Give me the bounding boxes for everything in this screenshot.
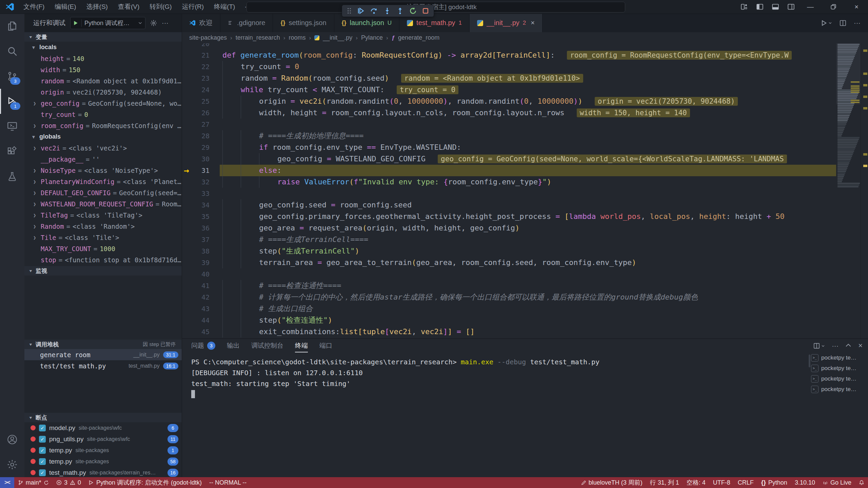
activity-bar-files[interactable] [0, 14, 24, 39]
code-line-45[interactable]: 45exit_combinations:list[tuple[vec2i, ve… [182, 326, 836, 338]
panel-tab-终端[interactable]: 终端 [295, 339, 308, 352]
status-eol[interactable]: CRLF [734, 477, 757, 488]
variable-row[interactable]: ❯WASTELAND_ROOM_REQUEST_CONFIG=RoomR… [24, 198, 182, 209]
menu-item[interactable]: 转到(G) [145, 1, 176, 13]
variable-row[interactable]: ❯room_config=RoomRequestConfig(env_t… [24, 120, 182, 131]
code-line-36[interactable]: 36geo_area = request_area(origin, width,… [182, 222, 836, 234]
breakpoint-row[interactable]: ✓temp.pysite-packages1 [24, 445, 182, 456]
tab-__init__.py[interactable]: __init__.py2× [470, 14, 542, 32]
menu-item[interactable]: 运行(R) [178, 1, 208, 13]
panel-more-actions-icon[interactable]: ··· [832, 342, 839, 350]
breakpoints-section-header[interactable]: ▼断点 [24, 413, 182, 422]
variable-row[interactable]: ❯vec2i=<class 'vec2i'> [24, 142, 182, 154]
code-line-23[interactable]: 23random = Random(room_config.seed)rando… [182, 73, 836, 84]
code-line-32[interactable]: 32raise ValueError(f"Invalid env type: {… [182, 176, 836, 188]
restore-button[interactable] [822, 0, 845, 14]
status-vim-mode[interactable]: -- NORMAL -- [205, 477, 250, 488]
code-line-30[interactable]: 30geo_config = WASTELAND_GEO_CONFIGgeo_c… [182, 153, 836, 165]
code-line-38[interactable]: 38step("生成TerrainCell") [182, 245, 836, 257]
code-line-34[interactable]: 34geo_config.seed = room_config.seed [182, 199, 836, 211]
terminal-instance[interactable]: >_pocketpy te… [811, 373, 865, 384]
panel-tab-输出[interactable]: 输出 [227, 339, 240, 352]
debug-step-into-icon[interactable] [383, 7, 391, 15]
close-icon[interactable]: × [531, 19, 535, 27]
tab-settings.json[interactable]: {}settings.json [273, 14, 334, 32]
variable-row[interactable]: MAX_TRY_COUNT=1000 [24, 243, 182, 254]
toggle-sidebar-icon[interactable] [752, 3, 768, 10]
debug-stop-icon[interactable] [422, 7, 429, 14]
code-line-35[interactable]: 35geo_config.primary_forces.geothermal_a… [182, 211, 836, 222]
drag-handle-icon[interactable] [347, 8, 352, 14]
more-actions-icon[interactable]: ··· [162, 19, 169, 27]
breakpoint-checkbox[interactable]: ✓ [39, 425, 46, 431]
breakpoint-row[interactable]: ✓model.pysite-packages\wfc6 [24, 422, 182, 433]
status-problems[interactable]: 30 [53, 477, 85, 488]
code-line-28[interactable]: 28# ====生成初始地理信息==== [182, 130, 836, 142]
variable-row[interactable]: __package__='' [24, 154, 182, 165]
code-line-27[interactable]: 27 [182, 119, 836, 130]
close-panel-icon[interactable]: × [858, 341, 863, 350]
code-line-29[interactable]: 29if room_config.env_type == EnvType.WAS… [182, 142, 836, 153]
status-cursor-position[interactable]: 行 31, 列 1 [646, 477, 683, 488]
status-encoding[interactable]: UTF-8 [709, 477, 734, 488]
activity-bar-extensions[interactable] [0, 139, 24, 164]
variables-group-globals[interactable]: ▼globals [24, 131, 182, 142]
breakpoint-checkbox[interactable]: ✓ [39, 436, 46, 443]
split-terminal-icon[interactable] [813, 343, 825, 349]
breakpoint-checkbox[interactable]: ✓ [39, 447, 46, 454]
breakpoint-checkbox[interactable]: ✓ [39, 469, 46, 476]
watch-section-header[interactable]: ▼监视 [24, 266, 182, 276]
editor-more-actions-icon[interactable]: ··· [854, 19, 861, 27]
variable-row[interactable]: ❯TileTag=<class 'TileTag'> [24, 209, 182, 221]
callstack-section-header[interactable]: ▼调用堆栈 因 step 已暂停 [24, 340, 182, 349]
activity-bar-settings-gear[interactable] [0, 452, 24, 477]
activity-bar-source-control[interactable]: 3 [0, 64, 24, 89]
code-line-42[interactable]: 42# 计算每一个出口的中心，然后使用astar生成路径，确保每一个出口组合都可… [182, 291, 836, 303]
debug-step-over-icon[interactable] [370, 7, 378, 15]
debug-continue-icon[interactable] [357, 7, 364, 15]
code-line-26[interactable]: 26width, height = room_config.layout.n_c… [182, 107, 836, 119]
callstack-frame[interactable]: generate_room__init__.py31:1 [24, 349, 182, 360]
toggle-secondary-sidebar-icon[interactable] [783, 3, 799, 10]
status-language-mode[interactable]: {}Python [757, 477, 791, 488]
terminal-instance[interactable]: >_pocketpy te… [811, 363, 865, 373]
breadcrumb-item[interactable]: rooms [289, 34, 305, 41]
callstack-frame[interactable]: test/test_math.pytest_math.py16:1 [24, 360, 182, 371]
code-line-25[interactable]: 25origin = vec2i(random.randint(0, 10000… [182, 96, 836, 107]
terminal-instance[interactable]: >_pocketpy te… [811, 384, 865, 394]
menu-item[interactable]: 查看(V) [114, 1, 144, 13]
panel-tab-端口[interactable]: 端口 [319, 339, 332, 352]
breadcrumb-item[interactable]: __init__.py [323, 34, 352, 41]
breakpoint-row[interactable]: ✓png_utils.pysite-packages\wfc11 [24, 433, 182, 445]
variable-row[interactable]: ❯PlanetaryWindConfig=<class 'Planeta… [24, 176, 182, 187]
variable-row[interactable]: height=140 [24, 53, 182, 64]
code-line-20[interactable]: 20 [182, 43, 836, 49]
code-line-44[interactable]: 44step("检查连通性") [182, 314, 836, 326]
gear-icon[interactable] [150, 20, 157, 26]
breakpoint-row[interactable]: ✓temp.pysite-packages58 [24, 456, 182, 467]
status-git-blame[interactable]: blueloveTH (3 周前) [577, 477, 646, 488]
minimap[interactable] [836, 43, 861, 339]
minimize-button[interactable]: — [799, 0, 822, 14]
close-window-button[interactable]: × [845, 0, 868, 14]
menu-item[interactable]: 选择(S) [82, 1, 112, 13]
debug-step-out-icon[interactable] [396, 7, 404, 15]
menu-item[interactable]: 编辑(E) [50, 1, 80, 13]
code-line-33[interactable]: 33 [182, 188, 836, 199]
variables-section-header[interactable]: ▼变量 [24, 32, 182, 42]
tab-欢迎[interactable]: 欢迎 [182, 14, 220, 32]
menu-item[interactable]: 终端(T) [210, 1, 239, 13]
status-debug-session[interactable]: Python 调试程序: 启动文件 (godot-ldtk) [85, 477, 205, 488]
code-line-41[interactable]: 41# ====检查连通性==== [182, 280, 836, 291]
status-git-branch[interactable]: main* [14, 477, 53, 488]
debug-restart-icon[interactable] [409, 7, 417, 15]
minimap-viewport[interactable] [836, 43, 861, 104]
activity-bar-remote-explorer[interactable] [0, 114, 24, 139]
command-center-search[interactable]: [扩展开发宿主] godot-ldtk [246, 2, 625, 13]
run-python-file-icon[interactable] [821, 20, 832, 26]
code-line-31[interactable]: →31else: [182, 165, 836, 176]
code-line-22[interactable]: 22try_count = 0 [182, 61, 836, 73]
menu-item[interactable]: 文件(F) [19, 1, 49, 13]
customize-layout-icon[interactable] [736, 3, 752, 10]
split-editor-icon[interactable] [840, 20, 846, 26]
